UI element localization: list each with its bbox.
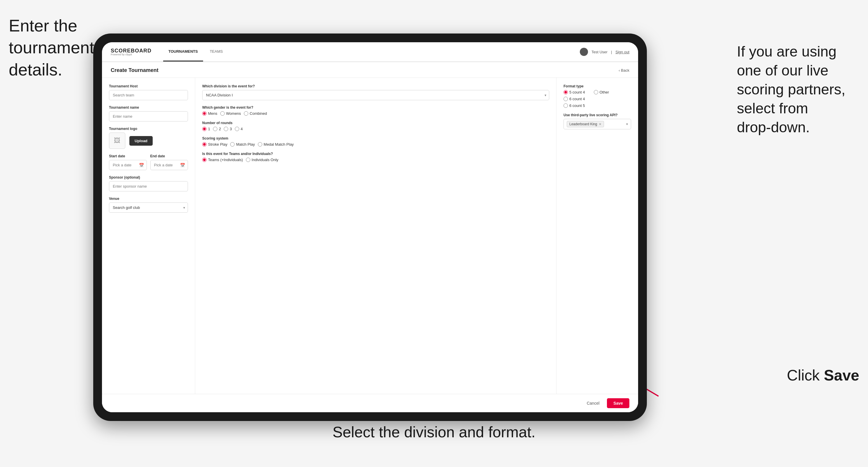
date-row: Start date 📅 End date 📅 [109, 154, 188, 170]
format-5c4-radio[interactable] [563, 90, 568, 94]
individuals-radio[interactable] [246, 158, 250, 162]
start-date-wrapper: 📅 [109, 160, 147, 170]
sign-out-link[interactable]: Sign out [615, 50, 629, 54]
tournament-name-label: Tournament name [109, 105, 188, 110]
scoring-radio-group: Stroke Play Match Play Medal Match Play [202, 142, 549, 147]
scoring-match-option[interactable]: Match Play [230, 142, 255, 147]
venue-select[interactable]: Search golf club [109, 203, 188, 213]
tablet-screen: SCOREBOARD Powered by clippit TOURNAMENT… [102, 42, 638, 412]
scoring-medal-option[interactable]: Medal Match Play [258, 142, 294, 147]
format-type-label: Format type [563, 84, 631, 88]
gender-combined-radio[interactable] [244, 111, 248, 116]
sponsor-input[interactable] [109, 181, 188, 191]
upload-button[interactable]: Upload [129, 136, 153, 146]
format-5c4-option[interactable]: 5 count 4 [563, 90, 585, 94]
annotation-top-left: Enter the tournament details. [9, 14, 94, 81]
tournament-logo-group: Tournament logo 🖼 Upload [109, 127, 188, 149]
user-name: Test User [591, 50, 608, 54]
format-row-3: 6 count 5 [563, 103, 631, 108]
app-header: SCOREBOARD Powered by clippit TOURNAMENT… [102, 42, 638, 62]
form-left-column: Tournament Host Tournament name Tourname… [102, 78, 195, 394]
logo-upload-area: 🖼 Upload [109, 132, 188, 149]
format-6c5-radio[interactable] [563, 103, 568, 108]
annotation-top-right: If you are using one of our live scoring… [737, 42, 859, 137]
scoring-medal-radio[interactable] [258, 142, 262, 147]
tournament-host-input[interactable] [109, 90, 188, 100]
cancel-button[interactable]: Cancel [582, 398, 604, 408]
rounds-4-option[interactable]: 4 [235, 127, 243, 131]
teams-individuals-group: Is this event for Teams and/or Individua… [202, 152, 549, 162]
format-6c4-radio[interactable] [563, 97, 568, 101]
individuals-only-option[interactable]: Individuals Only [246, 158, 279, 162]
nav-tab-teams[interactable]: TEAMS [205, 42, 228, 61]
form-container: Create Tournament ‹ Back Tournament Host… [102, 62, 638, 412]
pipe-separator: | [611, 50, 612, 54]
scoring-stroke-option[interactable]: Stroke Play [202, 142, 227, 147]
logo-area: SCOREBOARD Powered by clippit [111, 48, 152, 56]
rounds-3-radio[interactable] [224, 127, 228, 131]
teams-plus-individuals-option[interactable]: Teams (+Individuals) [202, 158, 243, 162]
form-header: Create Tournament ‹ Back [102, 62, 638, 78]
division-select-wrapper: NCAA Division I [202, 90, 549, 100]
nav-tabs: TOURNAMENTS TEAMS [163, 42, 228, 61]
rounds-group: Number of rounds 1 2 [202, 121, 549, 131]
form-body: Tournament Host Tournament name Tourname… [102, 78, 638, 394]
sponsor-group: Sponsor (optional) [109, 176, 188, 191]
start-date-field: Start date 📅 [109, 154, 147, 170]
start-date-label: Start date [109, 154, 147, 158]
gender-group: Which gender is the event for? Mens Wome… [202, 105, 549, 116]
rounds-1-option[interactable]: 1 [202, 127, 210, 131]
form-right-column: Format type 5 count 4 Other [557, 78, 638, 394]
end-date-wrapper: 📅 [150, 160, 188, 170]
gender-combined-option[interactable]: Combined [244, 111, 267, 116]
scoring-group: Scoring system Stroke Play Match Play [202, 136, 549, 147]
scoring-match-radio[interactable] [230, 142, 235, 147]
tournament-host-group: Tournament Host [109, 84, 188, 100]
teams-radio[interactable] [202, 158, 207, 162]
rounds-2-radio[interactable] [213, 127, 217, 131]
format-6c4-option[interactable]: 6 count 4 [563, 97, 585, 101]
gender-radio-group: Mens Womens Combined [202, 111, 549, 116]
venue-group: Venue Search golf club [109, 197, 188, 213]
teams-radio-group: Teams (+Individuals) Individuals Only [202, 158, 549, 162]
teams-individuals-label: Is this event for Teams and/or Individua… [202, 152, 549, 156]
api-group: Use third-party live scoring API? Leader… [563, 113, 631, 129]
gender-mens-radio[interactable] [202, 111, 207, 116]
rounds-1-radio[interactable] [202, 127, 207, 131]
api-input-wrapper[interactable]: Leaderboard King ✕ ▾ [563, 119, 631, 129]
rounds-4-radio[interactable] [235, 127, 239, 131]
format-options: 5 count 4 Other 6 count 4 [563, 90, 631, 108]
back-link[interactable]: ‹ Back [619, 68, 629, 72]
tournament-name-input[interactable] [109, 111, 188, 122]
calendar-icon: 📅 [139, 163, 144, 167]
gender-mens-option[interactable]: Mens [202, 111, 217, 116]
rounds-radio-group: 1 2 3 4 [202, 127, 549, 131]
api-tag-close[interactable]: ✕ [599, 122, 601, 126]
format-row-1: 5 count 4 Other [563, 90, 631, 94]
scoring-stroke-radio[interactable] [202, 142, 207, 147]
user-avatar [580, 48, 588, 56]
tournament-logo-label: Tournament logo [109, 127, 188, 131]
gender-womens-radio[interactable] [220, 111, 225, 116]
rounds-2-option[interactable]: 2 [213, 127, 221, 131]
save-button[interactable]: Save [607, 398, 629, 408]
division-group: Which division is the event for? NCAA Di… [202, 84, 549, 100]
gender-womens-option[interactable]: Womens [220, 111, 241, 116]
logo-preview: 🖼 [109, 132, 125, 149]
tournament-name-group: Tournament name [109, 105, 188, 122]
gender-label: Which gender is the event for? [202, 105, 549, 110]
sponsor-label: Sponsor (optional) [109, 176, 188, 180]
end-date-field: End date 📅 [150, 154, 188, 170]
api-dropdown-arrow: ▾ [626, 122, 628, 126]
tablet-device: SCOREBOARD Powered by clippit TOURNAMENT… [93, 33, 647, 421]
calendar-icon-end: 📅 [180, 163, 185, 167]
date-group: Start date 📅 End date 📅 [109, 154, 188, 170]
format-other-radio[interactable] [594, 90, 598, 94]
format-other-option[interactable]: Other [594, 90, 609, 94]
division-select[interactable]: NCAA Division I [202, 90, 549, 100]
image-icon: 🖼 [114, 137, 120, 145]
nav-tab-tournaments[interactable]: TOURNAMENTS [163, 42, 203, 61]
format-6c5-option[interactable]: 6 count 5 [563, 103, 585, 108]
rounds-3-option[interactable]: 3 [224, 127, 231, 131]
format-row-2: 6 count 4 [563, 97, 631, 101]
